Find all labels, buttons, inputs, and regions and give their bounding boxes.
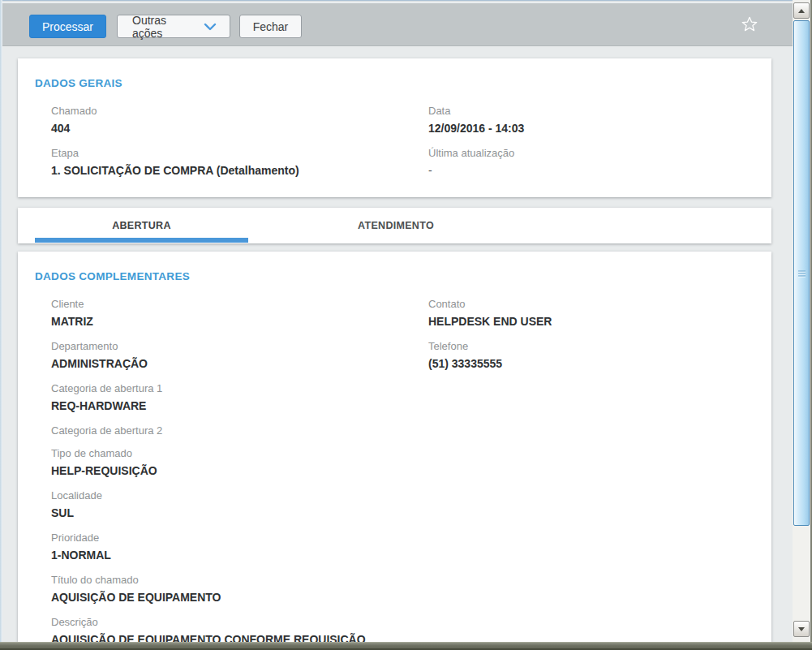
field-label: Contato bbox=[428, 298, 754, 310]
complementary-right-column: Contato HELPDESK END USER Telefone (51) … bbox=[428, 298, 754, 650]
field-value: AQUISIÇÃO DE EQUIPAMENTO bbox=[51, 590, 428, 605]
complementary-left-column: Cliente MATRIZ Departamento ADMINISTRAÇÃ… bbox=[51, 298, 428, 650]
field-value: ADMINISTRAÇÃO bbox=[51, 356, 428, 372]
other-actions-label: Outras ações bbox=[132, 14, 192, 40]
field-cliente: Cliente MATRIZ bbox=[51, 298, 428, 329]
complementary-data-title: DADOS COMPLEMENTARES bbox=[35, 270, 754, 282]
field-label: Departamento bbox=[51, 340, 428, 352]
close-button-label: Fechar bbox=[253, 20, 289, 33]
field-categoria-abertura-1: Categoria de abertura 1 REQ-HARDWARE bbox=[51, 382, 428, 414]
window-left-border bbox=[0, 0, 2, 650]
field-prioridade: Prioridade 1-NORMAL bbox=[51, 532, 428, 563]
window-bottom-border bbox=[0, 642, 812, 650]
field-label: Categoria de abertura 2 bbox=[51, 424, 428, 437]
field-label: Tipo de chamado bbox=[51, 447, 428, 459]
field-label: Descrição bbox=[51, 616, 428, 628]
field-value: HELP-REQUISIÇÃO bbox=[51, 463, 428, 479]
scroll-up-button[interactable] bbox=[793, 2, 810, 19]
field-value: MATRIZ bbox=[51, 314, 428, 329]
general-data-card: DADOS GERAIS Chamado 404 Etapa 1. SOLICI… bbox=[18, 58, 771, 197]
field-value: SUL bbox=[51, 506, 428, 521]
field-value: REQ-HARDWARE bbox=[51, 398, 428, 414]
chevron-down-icon bbox=[204, 23, 217, 31]
field-label: Telefone bbox=[428, 340, 754, 352]
tab-atendimento[interactable]: ATENDIMENTO bbox=[266, 208, 526, 243]
action-toolbar: Processar Outras ações Fechar bbox=[2, 3, 793, 46]
general-left-column: Chamado 404 Etapa 1. SOLICITAÇÃO DE COMP… bbox=[51, 105, 428, 189]
field-ultima-atualizacao: Última atualização - bbox=[428, 147, 754, 179]
complementary-data-card: DADOS COMPLEMENTARES Cliente MATRIZ Depa… bbox=[18, 252, 771, 642]
general-data-fields: Chamado 404 Etapa 1. SOLICITAÇÃO DE COMP… bbox=[35, 105, 754, 189]
field-value: 404 bbox=[51, 121, 428, 136]
section-tabs: ABERTURA ATENDIMENTO bbox=[18, 208, 771, 243]
scroll-down-button[interactable] bbox=[793, 621, 810, 637]
field-telefone: Telefone (51) 33335555 bbox=[428, 340, 754, 372]
tab-label: ATENDIMENTO bbox=[358, 220, 434, 231]
field-categoria-abertura-2: Categoria de abertura 2 bbox=[51, 424, 428, 437]
field-label: Prioridade bbox=[51, 532, 428, 544]
field-label: Categoria de abertura 1 bbox=[51, 382, 428, 394]
general-data-title: DADOS GERAIS bbox=[35, 77, 754, 89]
field-label: Data bbox=[428, 105, 754, 117]
field-value: 1-NORMAL bbox=[51, 548, 428, 563]
other-actions-dropdown[interactable]: Outras ações bbox=[117, 15, 230, 38]
tab-label: ABERTURA bbox=[112, 220, 171, 231]
field-label: Título do chamado bbox=[51, 574, 428, 586]
field-value: 12/09/2016 - 14:03 bbox=[428, 121, 754, 136]
field-value: 1. SOLICITAÇÃO DE COMPRA (Detalhamento) bbox=[51, 163, 428, 179]
field-label: Etapa bbox=[51, 147, 428, 159]
field-contato: Contato HELPDESK END USER bbox=[428, 298, 754, 329]
scroll-up-icon bbox=[798, 9, 805, 13]
field-data: Data 12/09/2016 - 14:03 bbox=[428, 105, 754, 136]
field-localidade: Localidade SUL bbox=[51, 489, 428, 521]
field-titulo-do-chamado: Título do chamado AQUISIÇÃO DE EQUIPAMEN… bbox=[51, 574, 428, 605]
scrollbar-thumb[interactable] bbox=[793, 20, 810, 526]
vertical-scrollbar[interactable] bbox=[793, 0, 810, 642]
tab-abertura[interactable]: ABERTURA bbox=[35, 208, 248, 243]
field-label: Cliente bbox=[51, 298, 428, 310]
field-value: HELPDESK END USER bbox=[428, 314, 754, 329]
field-label: Localidade bbox=[51, 489, 428, 501]
general-right-column: Data 12/09/2016 - 14:03 Última atualizaç… bbox=[428, 105, 754, 189]
field-etapa: Etapa 1. SOLICITAÇÃO DE COMPRA (Detalham… bbox=[51, 147, 428, 179]
field-value: - bbox=[428, 163, 754, 179]
process-button[interactable]: Processar bbox=[29, 15, 106, 38]
process-button-label: Processar bbox=[42, 20, 93, 33]
field-chamado: Chamado 404 bbox=[51, 105, 428, 136]
field-value: (51) 33335555 bbox=[428, 356, 754, 372]
complementary-data-fields: Cliente MATRIZ Departamento ADMINISTRAÇÃ… bbox=[35, 298, 754, 650]
field-tipo-de-chamado: Tipo de chamado HELP-REQUISIÇÃO bbox=[51, 447, 428, 479]
close-button[interactable]: Fechar bbox=[239, 15, 302, 38]
field-label: Chamado bbox=[51, 105, 428, 117]
scroll-down-icon bbox=[798, 627, 805, 631]
helpdesk-ticket-window: { "colors": { "accent_blue": "#2f88d6", … bbox=[0, 0, 812, 650]
field-label: Última atualização bbox=[428, 147, 754, 159]
favorite-star-icon[interactable] bbox=[741, 15, 758, 33]
field-departamento: Departamento ADMINISTRAÇÃO bbox=[51, 340, 428, 372]
scrollbar-grip-icon bbox=[794, 269, 809, 278]
